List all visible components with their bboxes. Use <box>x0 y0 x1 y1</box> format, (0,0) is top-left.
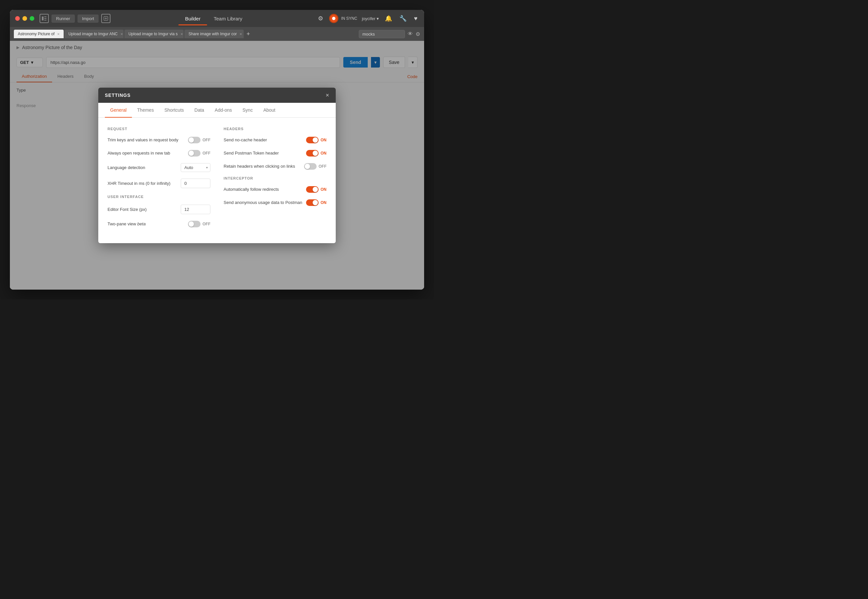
setting-new-tab: Always open requests in new tab OFF <box>107 150 210 157</box>
anonymous-data-label: Send anonymous usage data to Postman <box>223 200 302 205</box>
setting-xhr-timeout: XHR Timeout in ms (0 for infinity) <box>107 179 210 188</box>
follow-redirects-state: ON <box>320 187 326 192</box>
anonymous-data-toggle[interactable]: ON <box>306 199 326 206</box>
setting-retain-headers: Retain headers when clicking on links OF… <box>223 163 326 170</box>
modal-tab-general[interactable]: General <box>105 103 132 117</box>
sidebar-toggle-icon[interactable] <box>39 14 49 23</box>
two-pane-thumb <box>189 221 194 227</box>
no-cache-toggle[interactable]: ON <box>306 137 326 143</box>
setting-font-size: Editor Font Size (px) <box>107 205 210 214</box>
anonymous-data-thumb <box>312 200 318 205</box>
retain-headers-toggle[interactable]: OFF <box>304 163 326 170</box>
postman-token-state: ON <box>320 151 326 155</box>
setting-no-cache: Send no-cache header ON <box>223 137 326 143</box>
new-tab-thumb <box>189 151 194 156</box>
tab-upload-anc[interactable]: Upload image to Imgur ANC ✕ <box>64 30 124 38</box>
setting-language-detection: Language detection Auto JSON XML ▾ <box>107 163 210 172</box>
setting-postman-token: Send Postman Token header ON <box>223 150 326 157</box>
language-detection-label: Language detection <box>107 165 145 170</box>
tab-close-icon[interactable]: ✕ <box>57 32 60 36</box>
xhr-timeout-label: XHR Timeout in ms (0 for infinity) <box>107 181 171 186</box>
postman-token-track[interactable] <box>306 150 319 157</box>
postman-token-thumb <box>312 151 318 156</box>
settings-icon[interactable]: ⚙ <box>415 31 420 37</box>
modal-header: SETTINGS × <box>98 88 336 103</box>
modal-tab-about[interactable]: About <box>258 103 281 117</box>
retain-headers-label: Retain headers when clicking on links <box>223 164 295 169</box>
new-tab-toggle[interactable]: OFF <box>188 150 210 157</box>
import-button[interactable]: Import <box>77 15 99 23</box>
font-size-input[interactable] <box>181 205 210 214</box>
settings-gear-icon[interactable]: ⚙ <box>317 14 325 23</box>
trim-keys-track[interactable] <box>188 137 201 143</box>
follow-redirects-toggle[interactable]: ON <box>306 186 326 193</box>
modal-tab-addons[interactable]: Add-ons <box>210 103 237 117</box>
no-cache-thumb <box>312 137 318 143</box>
no-cache-state: ON <box>320 138 326 142</box>
postman-token-label: Send Postman Token header <box>223 151 279 155</box>
new-tab-track[interactable] <box>188 150 201 157</box>
postman-token-toggle[interactable]: ON <box>306 150 326 157</box>
trim-keys-toggle[interactable]: OFF <box>188 137 210 143</box>
mocks-input[interactable]: mocks <box>359 30 405 38</box>
no-cache-track[interactable] <box>306 137 319 143</box>
title-bar: Runner Import Builder Team Library ⚙ IN … <box>10 10 424 27</box>
title-bar-right: ⚙ IN SYNC joycifer ▾ 🔔 🔧 ♥ <box>317 14 419 23</box>
tab-close-icon[interactable]: ✕ <box>180 32 183 36</box>
modal-close-button[interactable]: × <box>326 92 329 98</box>
setting-two-pane: Two-pane view beta OFF <box>107 221 210 227</box>
modal-tab-sync[interactable]: Sync <box>237 103 258 117</box>
tab-label: Astronomy Picture of <box>18 32 54 36</box>
trim-keys-state: OFF <box>202 138 210 142</box>
modal-tab-themes[interactable]: Themes <box>132 103 159 117</box>
retain-headers-track[interactable] <box>304 163 317 170</box>
settings-grid: REQUEST Trim keys and values in request … <box>107 127 326 234</box>
two-pane-toggle[interactable]: OFF <box>188 221 210 227</box>
heart-icon[interactable]: ♥ <box>412 14 419 23</box>
two-pane-state: OFF <box>202 222 210 226</box>
tab-upload-via[interactable]: Upload image to Imgur via s ✕ <box>124 30 184 38</box>
main-area: ▶ Astronomy Picture of the Day GET ▾ Sen… <box>10 41 424 290</box>
modal-tab-shortcuts[interactable]: Shortcuts <box>159 103 189 117</box>
eye-icon[interactable]: 👁 <box>408 31 413 37</box>
team-library-tab[interactable]: Team Library <box>207 13 249 24</box>
tab-share[interactable]: Share image with Imgur cor ✕ <box>184 30 244 38</box>
maximize-traffic-light[interactable] <box>30 16 34 21</box>
sync-dot-inner <box>332 17 335 20</box>
minimize-traffic-light[interactable] <box>23 16 27 21</box>
svg-rect-1 <box>44 17 47 17</box>
sync-indicator: IN SYNC <box>329 14 357 23</box>
user-chevron-icon: ▾ <box>377 16 379 21</box>
language-detection-select[interactable]: Auto JSON XML <box>181 163 210 172</box>
wrench-icon[interactable]: 🔧 <box>398 14 408 23</box>
xhr-timeout-input[interactable] <box>181 179 210 188</box>
follow-redirects-label: Automatically follow redirects <box>223 187 279 192</box>
interceptor-heading: INTERCEPTOR <box>223 176 326 180</box>
add-tab-button[interactable]: + <box>245 31 252 38</box>
tab-close-icon[interactable]: ✕ <box>120 32 123 36</box>
follow-redirects-track[interactable] <box>306 186 319 193</box>
anonymous-data-track[interactable] <box>306 199 319 206</box>
setting-anonymous-data: Send anonymous usage data to Postman ON <box>223 199 326 206</box>
two-pane-track[interactable] <box>188 221 201 227</box>
tabs-bar: Astronomy Picture of ✕ Upload image to I… <box>10 27 424 41</box>
notifications-bell-icon[interactable]: 🔔 <box>383 14 394 23</box>
modal-overlay[interactable]: SETTINGS × General Themes Shortcuts Data… <box>10 41 424 290</box>
close-traffic-light[interactable] <box>15 16 20 21</box>
runner-button[interactable]: Runner <box>51 15 75 23</box>
settings-modal: SETTINGS × General Themes Shortcuts Data… <box>98 88 336 243</box>
font-size-label: Editor Font Size (px) <box>107 207 147 212</box>
new-tab-label: Always open requests in new tab <box>107 151 170 155</box>
user-menu-button[interactable]: joycifer ▾ <box>362 16 379 21</box>
follow-redirects-thumb <box>312 187 318 192</box>
modal-tab-data[interactable]: Data <box>189 103 210 117</box>
builder-tab[interactable]: Builder <box>178 13 207 24</box>
tab-astronomy[interactable]: Astronomy Picture of ✕ <box>14 30 63 38</box>
svg-rect-2 <box>44 18 47 19</box>
new-tab-icon[interactable] <box>101 14 110 23</box>
sync-text: IN SYNC <box>341 16 357 21</box>
tab-close-icon[interactable]: ✕ <box>239 32 242 36</box>
svg-rect-0 <box>42 17 44 20</box>
two-pane-label: Two-pane view beta <box>107 221 146 226</box>
retain-headers-state: OFF <box>319 164 326 169</box>
